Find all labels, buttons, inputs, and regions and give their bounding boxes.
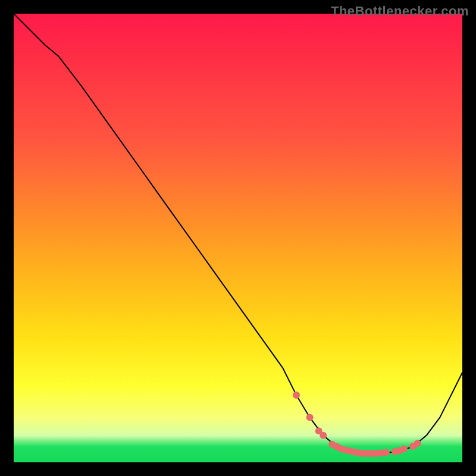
plot-area [14,14,462,462]
watermark-label: TheBottlenecker.com [331,4,469,19]
data-marker [306,414,314,421]
marker-group [293,392,421,457]
data-marker [400,445,408,452]
chart-svg [14,14,462,462]
data-marker [293,392,300,399]
data-marker [383,449,390,456]
bottleneck-curve [14,14,462,453]
chart-frame: TheBottlenecker.com [0,0,476,476]
data-marker [414,440,421,447]
data-marker [320,432,327,439]
